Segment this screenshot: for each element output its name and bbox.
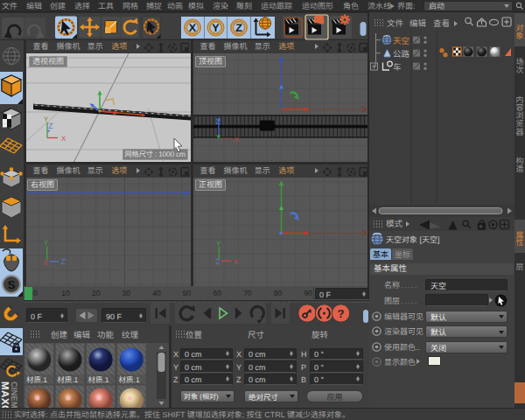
svg-text:S: S [8,278,16,291]
svg-text:?: ? [338,307,345,320]
svg-text:材质.1: 材质.1 [88,375,108,384]
svg-text:公路: 公路 [393,50,410,60]
svg-text:材质.1: 材质.1 [26,375,47,384]
svg-text:X: X [44,259,49,267]
svg-text:天空: 天空 [393,36,410,46]
svg-text:X: X [234,136,240,144]
svg-text:Y: Y [44,239,49,247]
svg-text:车: 车 [393,62,402,73]
svg-text:MAXON: MAXON [0,382,10,408]
svg-text:Z: Z [48,122,53,130]
svg-text:材质.1: 材质.1 [119,375,140,384]
svg-text:Z: Z [235,22,242,34]
svg-text:Y: Y [216,240,221,248]
svg-text:Y: Y [212,22,220,34]
svg-text:Z: Z [61,257,66,266]
svg-text:Z: Z [215,257,220,266]
svg-text:X: X [61,135,66,143]
svg-text:Z: Z [216,117,221,126]
svg-text:X: X [234,258,239,266]
svg-text:CINEMA: CINEMA [9,382,18,408]
svg-text:X: X [189,22,197,34]
svg-text:材质.1: 材质.1 [57,375,78,384]
